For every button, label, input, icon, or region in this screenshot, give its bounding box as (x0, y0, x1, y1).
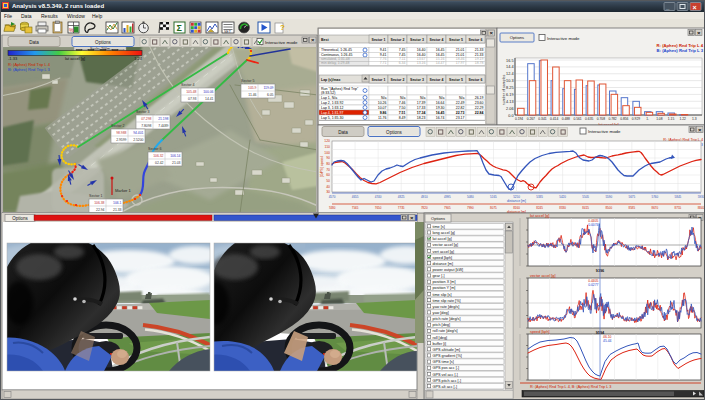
svg-text:21.33: 21.33 (113, 208, 122, 212)
svg-text:7735: 7735 (398, 206, 405, 210)
svg-text:speed [kph]: speed [kph] (433, 256, 453, 260)
svg-text:Help: Help (92, 13, 103, 19)
svg-text:vector accel [g]: vector accel [g] (530, 274, 556, 278)
svg-text:21.01: 21.01 (456, 48, 465, 52)
svg-text:1.: 1. (646, 117, 649, 121)
svg-text:10.3: 10.3 (506, 79, 513, 83)
svg-text:7565: 7565 (352, 206, 359, 210)
svg-text:B: (Aphex) Rnd Trip L 3: B: (Aphex) Rnd Trip L 3 (8, 67, 50, 72)
svg-text:0.635: 0.635 (585, 117, 593, 121)
svg-text:17.39: 17.39 (417, 101, 426, 105)
svg-text:12.4: 12.4 (506, 72, 513, 76)
svg-text:40: 40 (326, 185, 330, 189)
svg-text:lat accel [g]: lat accel [g] (433, 237, 452, 241)
svg-text:Sector 3: Sector 3 (410, 78, 424, 82)
svg-text:100.06: 100.06 (203, 90, 213, 94)
svg-text:7650: 7650 (375, 206, 382, 210)
svg-text:7990: 7990 (467, 206, 474, 210)
svg-text:yaw rate [deg/s]: yaw rate [deg/s] (433, 305, 460, 309)
svg-text:6.19: 6.19 (506, 93, 513, 97)
svg-text:4825: 4825 (398, 195, 405, 199)
svg-text:106.1: 106.1 (113, 201, 122, 205)
svg-text:N/a: N/a (400, 96, 406, 100)
svg-text:8755: 8755 (675, 206, 682, 210)
svg-text:GPS time [s]: GPS time [s] (433, 360, 454, 364)
svg-text:Data: Data (29, 40, 39, 45)
svg-text:GPS vel acc [-]: GPS vel acc [-] (433, 373, 458, 377)
svg-text:speed [kph]: speed [kph] (530, 330, 550, 334)
svg-text:7.8098: 7.8098 (141, 124, 151, 128)
svg-text:yaw [deg]: yaw [deg] (433, 311, 449, 315)
svg-text:Sector 6: Sector 6 (469, 78, 483, 82)
svg-text:N/a: N/a (420, 96, 426, 100)
svg-text:02.42: 02.42 (155, 161, 164, 165)
svg-text:23.17: 23.17 (456, 116, 465, 120)
svg-text:2.9599: 2.9599 (116, 138, 126, 142)
svg-text:×: × (698, 127, 702, 133)
svg-text:Options: Options (386, 130, 403, 135)
svg-text:Lap 4, 1:31.97: Lap 4, 1:31.97 (321, 111, 343, 115)
svg-text:106.32: 106.32 (153, 154, 163, 158)
svg-text:18.23: 18.23 (417, 116, 426, 120)
svg-text:time slip rate [%]: time slip rate [%] (433, 299, 461, 303)
svg-text:time [s]: time [s] (433, 225, 445, 229)
svg-text:position Y [m]: position Y [m] (433, 286, 456, 290)
svg-text:2.5200: 2.5200 (133, 138, 143, 142)
svg-text:Sector 1: Sector 1 (372, 38, 386, 42)
svg-text:119.09: 119.09 (263, 86, 273, 90)
svg-text:distance [m]: distance [m] (433, 262, 453, 266)
svg-text:Sector 3: Sector 3 (136, 110, 149, 114)
svg-text:100: 100 (324, 151, 330, 155)
svg-text:22.84: 22.84 (475, 111, 484, 115)
svg-text:98.988: 98.988 (116, 131, 126, 135)
svg-text:Lap 3, 1:33.12: Lap 3, 1:33.12 (321, 106, 343, 110)
svg-text:7.50: 7.50 (399, 106, 406, 110)
svg-text:120: 120 (324, 139, 330, 143)
svg-text:9.86: 9.86 (380, 111, 387, 115)
svg-text:roll [deg]: roll [deg] (433, 336, 448, 340)
svg-text:16.74: 16.74 (436, 116, 445, 120)
svg-text:17.34: 17.34 (417, 111, 426, 115)
svg-text:106.14: 106.14 (170, 154, 180, 158)
svg-text:power output [kW]: power output [kW] (433, 268, 464, 272)
svg-text:5165: 5165 (490, 195, 497, 199)
svg-text:0.414: 0.414 (550, 117, 558, 121)
svg-text:[GPS] speed: [GPS] speed (320, 156, 324, 178)
svg-text:Sector 5: Sector 5 (449, 78, 463, 82)
svg-text:GPS alt acc [-]: GPS alt acc [-] (433, 385, 457, 389)
svg-text:16.45: 16.45 (436, 111, 445, 115)
svg-text:8245: 8245 (536, 206, 543, 210)
svg-text:6.05: 6.05 (267, 93, 274, 97)
svg-text:6.34: 6.34 (399, 61, 406, 65)
svg-text:21.03: 21.03 (172, 161, 181, 165)
svg-text:110: 110 (325, 145, 331, 149)
svg-text:long accel [g]: long accel [g] (433, 231, 455, 235)
svg-text:distance [m]: distance [m] (507, 199, 526, 203)
svg-text:×: × (693, 4, 697, 11)
svg-text:1.24: 1.24 (134, 56, 143, 61)
svg-text:Options: Options (431, 216, 445, 221)
svg-text:90: 90 (326, 156, 330, 160)
svg-text:4570: 4570 (329, 195, 336, 199)
svg-text:GPS pos acc [-]: GPS pos acc [-] (433, 366, 460, 370)
svg-text:5930: 5930 (698, 195, 705, 199)
svg-text:2.06: 2.06 (506, 107, 513, 111)
svg-text:22.49: 22.49 (456, 101, 465, 105)
svg-text:lat accel [g]: lat accel [g] (530, 214, 549, 218)
svg-text:Sector 2: Sector 2 (111, 124, 124, 128)
svg-text:Options: Options (510, 35, 524, 40)
svg-text:pitch rate [deg/s]: pitch rate [deg/s] (433, 317, 461, 321)
svg-text:8330: 8330 (559, 206, 566, 210)
svg-text:8.49: 8.49 (399, 116, 406, 120)
svg-text:0.856: 0.856 (620, 117, 628, 121)
svg-text:0.0: 0.0 (508, 114, 513, 118)
svg-text:7820: 7820 (421, 206, 428, 210)
svg-text:22.94: 22.94 (96, 208, 105, 212)
svg-text:buffer [i]: buffer [i] (433, 342, 447, 346)
svg-text:5420: 5420 (559, 195, 566, 199)
svg-text:22.82: 22.82 (456, 106, 465, 110)
svg-text:lat accel [g]: lat accel [g] (65, 56, 85, 61)
svg-text:0.0277: 0.0277 (588, 283, 598, 287)
svg-text:-1.33: -1.33 (8, 56, 18, 61)
svg-text:number of samples: number of samples (502, 75, 506, 106)
